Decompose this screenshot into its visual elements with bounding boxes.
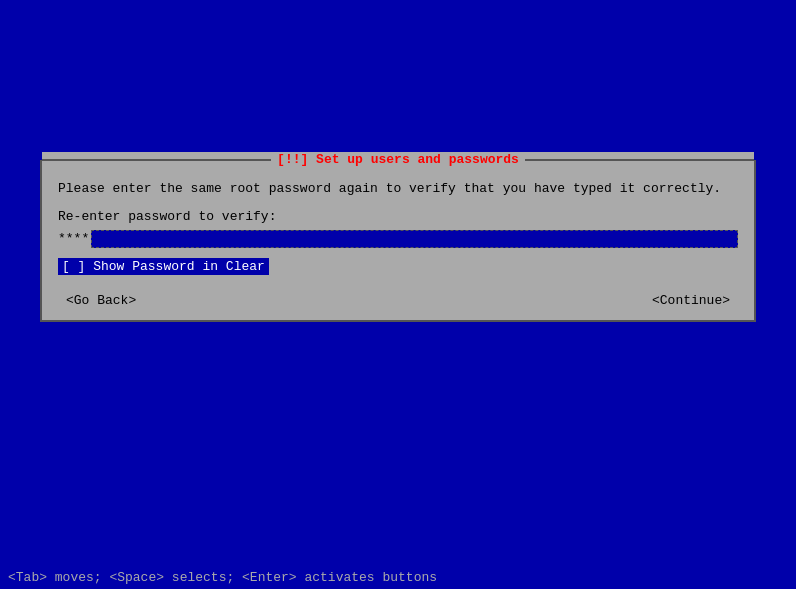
dialog-buttons: <Go Back> <Continue> — [58, 293, 738, 308]
dialog-content: Please enter the same root password agai… — [42, 175, 754, 320]
dialog-label: Re-enter password to verify: — [58, 209, 738, 224]
continue-button[interactable]: <Continue> — [648, 293, 734, 308]
title-line-right — [525, 159, 754, 161]
show-password-checkbox[interactable]: [ ] Show Password in Clear — [58, 258, 269, 275]
dialog-description: Please enter the same root password agai… — [58, 179, 738, 199]
password-mask: **** — [58, 231, 89, 246]
password-input[interactable] — [91, 230, 738, 248]
go-back-button[interactable]: <Go Back> — [62, 293, 140, 308]
status-text: <Tab> moves; <Space> selects; <Enter> ac… — [8, 570, 437, 585]
dialog-title: [!!] Set up users and passwords — [271, 152, 525, 167]
dialog-title-bar: [!!] Set up users and passwords — [42, 152, 754, 167]
password-input-row: **** — [58, 230, 738, 248]
title-line-left — [42, 159, 271, 161]
dialog-box: [!!] Set up users and passwords Please e… — [40, 160, 756, 322]
status-bar: <Tab> moves; <Space> selects; <Enter> ac… — [0, 566, 796, 589]
